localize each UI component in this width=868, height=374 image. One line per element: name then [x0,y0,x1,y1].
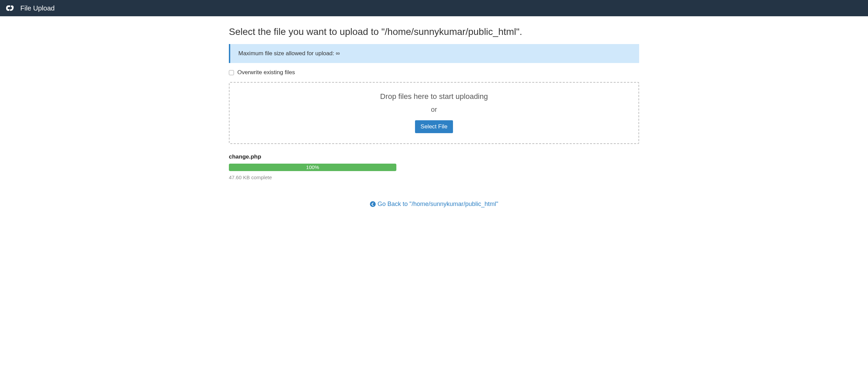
progress-wrap: 100% [229,164,396,171]
upload-status-text: 47.60 KB complete [229,174,639,180]
main-container: Select the file you want to upload to "/… [222,16,646,214]
upload-filename: change.php [229,153,639,160]
cpanel-logo-icon [5,4,16,12]
overwrite-checkbox[interactable] [229,70,234,75]
header-bar: File Upload [0,0,868,16]
select-file-button[interactable]: Select File [415,120,453,133]
overwrite-label: Overwrite existing files [237,69,295,76]
page-title: Select the file you want to upload to "/… [229,26,639,37]
progress-bar-outer: 100% [229,164,396,171]
progress-bar-inner: 100% [229,164,396,171]
header-title: File Upload [20,4,55,12]
info-banner: Maximum file size allowed for upload: ∞ [229,44,639,63]
file-dropzone[interactable]: Drop files here to start uploading or Se… [229,82,639,144]
dropzone-or-text: or [236,106,632,113]
go-back-link[interactable]: Go Back to "/home/sunnykumar/public_html… [370,201,498,208]
arrow-left-circle-icon [370,201,376,207]
dropzone-text: Drop files here to start uploading [236,92,632,101]
go-back-label: Go Back to "/home/sunnykumar/public_html… [378,201,498,208]
overwrite-checkbox-row[interactable]: Overwrite existing files [229,69,639,76]
upload-item: change.php 100% 47.60 KB complete [229,153,639,180]
back-link-wrap: Go Back to "/home/sunnykumar/public_html… [229,201,639,208]
